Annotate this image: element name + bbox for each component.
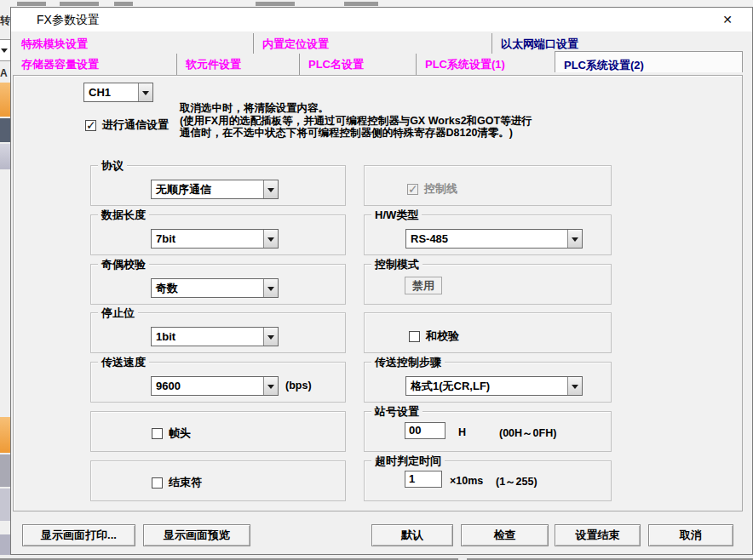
hw-type-select[interactable]: RS-485	[405, 229, 583, 249]
data-length-group: 数据长度 7bit	[90, 214, 346, 255]
timeout-group: 超时判定时间 1 ×10ms (1～255)	[364, 460, 612, 501]
station-number-label: 站号设置	[371, 404, 422, 420]
control-procedure-label: 传送控制步骤	[371, 355, 445, 370]
station-number-input[interactable]: 00	[405, 422, 445, 439]
protocol-select[interactable]: 无顺序通信	[151, 180, 279, 199]
terminator-group: 结束符	[90, 460, 346, 501]
header-checkbox[interactable]: 帧头	[152, 426, 191, 441]
tab-device[interactable]: 软元件设置	[176, 54, 299, 75]
baud-rate-value: 9600	[152, 380, 263, 392]
data-length-select[interactable]: 7bit	[151, 229, 279, 249]
channel-value: CH1	[84, 86, 138, 99]
chevron-down-icon[interactable]	[567, 377, 582, 395]
baud-rate-label: 传送速度	[98, 355, 149, 370]
background-toolbar-fragment	[0, 534, 10, 555]
control-mode-value: 禁用	[405, 277, 442, 294]
description-line: (使用FX用的选配插板等，并通过可编程控制器与GX Works2和GOT等进行	[180, 115, 580, 128]
fx-parameter-dialog: FX参数设置 ✕ 特殊模块设置 内置定位设置 以太网端口设置 存储器容量设置 软…	[10, 7, 753, 555]
checkbox-icon	[407, 184, 418, 195]
station-number-group: 站号设置 00 H (00H～0FH)	[364, 411, 612, 452]
hw-type-group: H/W类型 RS-485	[364, 214, 612, 255]
control-line-checkbox: 控制线	[407, 181, 457, 197]
background-toolbar-fragment	[0, 118, 10, 142]
hw-type-label: H/W类型	[371, 208, 422, 223]
control-procedure-value: 格式1(无CR,LF)	[406, 379, 567, 394]
chevron-down-icon[interactable]	[263, 230, 278, 248]
titlebar: FX参数设置 ✕	[11, 8, 752, 31]
checkbox-label: 结束符	[169, 475, 202, 490]
tab-plc-system-1[interactable]: PLC系统设置(1)	[416, 54, 555, 75]
display-print-button[interactable]: 显示画面打印...	[22, 524, 135, 546]
timeout-unit: ×10ms	[450, 475, 483, 487]
checkbox-icon[interactable]	[152, 428, 163, 439]
baud-rate-unit: (bps)	[285, 380, 312, 391]
description-line: 通信时，在不选中状态下将可编程控制器侧的特殊寄存器D8120清零。)	[180, 127, 580, 140]
station-number-range: (00H～0FH)	[499, 426, 556, 441]
checkbox-icon[interactable]	[409, 331, 420, 342]
hw-type-value: RS-485	[406, 232, 567, 245]
tab-memory-capacity[interactable]: 存储器容量设置	[13, 54, 176, 75]
background-combo-fragment	[0, 39, 10, 61]
terminator-checkbox[interactable]: 结束符	[152, 475, 202, 490]
description-line: 取消选中时，将清除设置内容。	[180, 102, 580, 115]
timeout-range: (1～255)	[496, 475, 537, 489]
dialog-title: FX参数设置	[37, 13, 100, 28]
chevron-down-icon[interactable]	[263, 180, 278, 198]
checkbox-icon[interactable]	[85, 120, 96, 131]
close-icon[interactable]: ✕	[716, 10, 739, 29]
control-procedure-group: 传送控制步骤 格式1(无CR,LF)	[364, 362, 612, 403]
timeout-label: 超时判定时间	[371, 454, 445, 469]
stop-bit-value: 1bit	[152, 330, 263, 343]
baud-rate-select[interactable]: 9600	[151, 376, 279, 396]
default-button[interactable]: 默认	[371, 524, 453, 546]
chevron-down-icon[interactable]	[263, 279, 278, 297]
timeout-input[interactable]: 1	[405, 471, 442, 488]
data-length-value: 7bit	[152, 232, 263, 245]
tab-plc-system-2[interactable]: PLC系统设置(2)	[555, 51, 743, 72]
description-text: 取消选中时，将清除设置内容。 (使用FX用的选配插板等，并通过可编程控制器与GX…	[180, 102, 580, 140]
cancel-button[interactable]: 取消	[648, 524, 733, 546]
station-number-unit: H	[458, 426, 466, 438]
sum-check-checkbox[interactable]: 和校验	[409, 329, 459, 344]
background-toolbar-fragment	[0, 144, 10, 169]
background-toolbar-fragment	[0, 454, 10, 487]
parity-group: 奇偶校验 奇数	[90, 264, 346, 305]
checkbox-label: 进行通信设置	[102, 117, 169, 133]
stop-bit-group: 停止位 1bit	[90, 312, 346, 353]
stop-bit-select[interactable]: 1bit	[151, 327, 279, 346]
tab-plc-name[interactable]: PLC名设置	[299, 54, 416, 75]
background-toolbar-fragment	[0, 489, 10, 521]
communication-setting-checkbox[interactable]: 进行通信设置	[85, 117, 169, 133]
sum-check-group: 和校验	[364, 312, 612, 353]
parity-label: 奇偶校验	[98, 257, 149, 272]
control-mode-label: 控制模式	[371, 257, 422, 272]
background-bottom-strip	[0, 555, 753, 560]
finish-setting-button[interactable]: 设置结束	[555, 524, 641, 546]
control-line-group: 控制线	[364, 165, 612, 206]
control-mode-group: 控制模式 禁用	[364, 264, 612, 305]
chevron-down-icon[interactable]	[567, 230, 582, 248]
check-button[interactable]: 检查	[461, 524, 549, 546]
background-left-strip: 转 A	[0, 0, 10, 560]
checkbox-label: 帧头	[169, 426, 191, 441]
display-preview-button[interactable]: 显示画面预览	[143, 524, 250, 546]
protocol-label: 协议	[98, 158, 127, 174]
parity-select[interactable]: 奇数	[151, 278, 279, 298]
protocol-group: 协议 无顺序通信	[90, 165, 346, 206]
stop-bit-label: 停止位	[98, 306, 138, 321]
plc-system-2-page: CH1 进行通信设置 取消选中时，将清除设置内容。 (使用FX用的选配插板等，并…	[13, 75, 743, 511]
chevron-down-icon[interactable]	[263, 328, 278, 346]
background-toolbar-fragment	[0, 83, 10, 117]
tab-row-2: 存储器容量设置 软元件设置 PLC名设置 PLC系统设置(1) PLC系统设置(…	[13, 54, 743, 75]
background-toolbar-fragment	[0, 417, 10, 453]
chevron-down-icon[interactable]	[263, 377, 278, 395]
tab-special-module[interactable]: 特殊模块设置	[13, 33, 253, 54]
checkbox-label: 控制线	[424, 181, 457, 197]
background-top-strip	[10, 0, 753, 7]
chevron-down-icon[interactable]	[138, 83, 152, 101]
channel-select[interactable]: CH1	[83, 83, 153, 102]
tab-builtin-positioning[interactable]: 内置定位设置	[253, 33, 491, 54]
protocol-value: 无顺序通信	[152, 182, 263, 197]
checkbox-icon[interactable]	[152, 477, 163, 489]
control-procedure-select[interactable]: 格式1(无CR,LF)	[405, 376, 583, 396]
